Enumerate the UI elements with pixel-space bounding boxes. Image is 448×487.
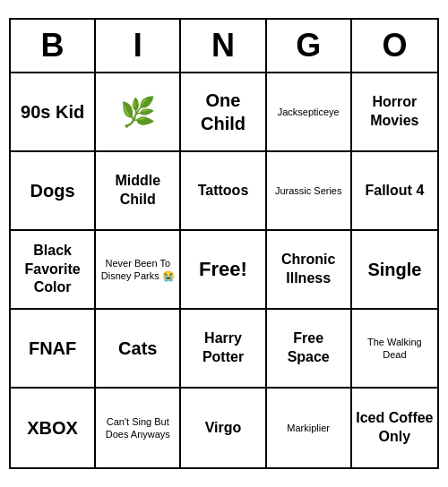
bingo-cell-r3c1: Black Favorite Color bbox=[11, 231, 96, 310]
bingo-cell-r4c1: FNAF bbox=[11, 310, 96, 389]
cell-text-r5c5: Iced Coffee Only bbox=[356, 409, 434, 447]
cell-text-r5c2: Can't Sing But Does Anyways bbox=[99, 415, 176, 441]
bingo-cell-r3c3: Free! bbox=[181, 231, 266, 310]
cell-text-r3c3: Free! bbox=[199, 257, 247, 283]
cell-text-r4c1: FNAF bbox=[29, 337, 76, 360]
bingo-letter-o: O bbox=[352, 20, 437, 72]
bingo-cell-r5c3: Virgo bbox=[181, 389, 266, 467]
bingo-cell-r2c3: Tattoos bbox=[181, 152, 266, 231]
bingo-letter-b: B bbox=[11, 20, 96, 72]
cell-text-r5c1: XBOX bbox=[27, 416, 78, 440]
bingo-letter-g: G bbox=[267, 20, 352, 72]
cell-text-r3c5: Single bbox=[367, 258, 421, 281]
cell-text-r3c1: Black Favorite Color bbox=[14, 242, 90, 297]
bingo-letter-n: N bbox=[181, 20, 266, 72]
bingo-header: BINGO bbox=[11, 20, 437, 73]
cell-text-r2c5: Fallout 4 bbox=[366, 182, 425, 201]
bingo-cell-r2c1: Dogs bbox=[11, 152, 96, 231]
bingo-cell-r2c2: Middle Child bbox=[96, 152, 181, 231]
cell-text-r5c3: Virgo bbox=[205, 419, 242, 438]
cell-text-r1c4: Jacksepticeye bbox=[278, 106, 340, 118]
bingo-cell-r4c5: The Walking Dead bbox=[352, 310, 437, 389]
bingo-cell-r1c5: Horror Movies bbox=[352, 73, 437, 152]
cell-text-r1c3: One Child bbox=[185, 89, 261, 135]
bingo-cell-r4c2: Cats bbox=[96, 310, 181, 389]
bingo-cell-r1c1: 90s Kid bbox=[11, 73, 96, 152]
bingo-letter-i: I bbox=[96, 20, 181, 72]
cell-text-r3c2: Never Been To Disney Parks 😭 bbox=[99, 257, 176, 283]
cell-text-r2c4: Jurassic Series bbox=[275, 184, 342, 197]
cell-text-r1c1: 90s Kid bbox=[21, 100, 84, 124]
bingo-cell-r4c3: Harry Potter bbox=[181, 310, 266, 389]
cell-text-r1c2: 🌿 bbox=[120, 95, 156, 129]
bingo-cell-r3c2: Never Been To Disney Parks 😭 bbox=[96, 231, 181, 310]
bingo-cell-r5c1: XBOX bbox=[11, 389, 96, 467]
bingo-cell-r5c2: Can't Sing But Does Anyways bbox=[96, 389, 181, 467]
cell-text-r1c5: Horror Movies bbox=[356, 93, 434, 131]
bingo-cell-r1c4: Jacksepticeye bbox=[267, 73, 352, 152]
bingo-cell-r3c5: Single bbox=[352, 231, 437, 310]
cell-text-r4c2: Cats bbox=[118, 337, 157, 360]
cell-text-r5c4: Markiplier bbox=[287, 422, 330, 434]
cell-text-r4c4: Free Space bbox=[271, 329, 347, 367]
bingo-cell-r5c4: Markiplier bbox=[267, 389, 352, 467]
bingo-cell-r2c5: Fallout 4 bbox=[352, 152, 437, 231]
bingo-cell-r3c4: Chronic Illness bbox=[267, 231, 352, 310]
cell-text-r4c3: Harry Potter bbox=[185, 329, 261, 367]
bingo-card: BINGO 90s Kid🌿One ChildJacksepticeyeHorr… bbox=[9, 18, 439, 469]
cell-text-r2c3: Tattoos bbox=[198, 182, 249, 201]
bingo-cell-r5c5: Iced Coffee Only bbox=[352, 389, 437, 467]
cell-text-r4c5: The Walking Dead bbox=[356, 336, 434, 362]
cell-text-r2c2: Middle Child bbox=[99, 172, 176, 209]
bingo-cell-r4c4: Free Space bbox=[267, 310, 352, 389]
cell-text-r3c4: Chronic Illness bbox=[271, 251, 347, 288]
bingo-cell-r2c4: Jurassic Series bbox=[267, 152, 352, 231]
bingo-grid: 90s Kid🌿One ChildJacksepticeyeHorror Mov… bbox=[11, 73, 437, 467]
bingo-cell-r1c3: One Child bbox=[181, 73, 266, 152]
cell-text-r2c1: Dogs bbox=[30, 179, 75, 202]
bingo-cell-r1c2: 🌿 bbox=[96, 73, 181, 152]
